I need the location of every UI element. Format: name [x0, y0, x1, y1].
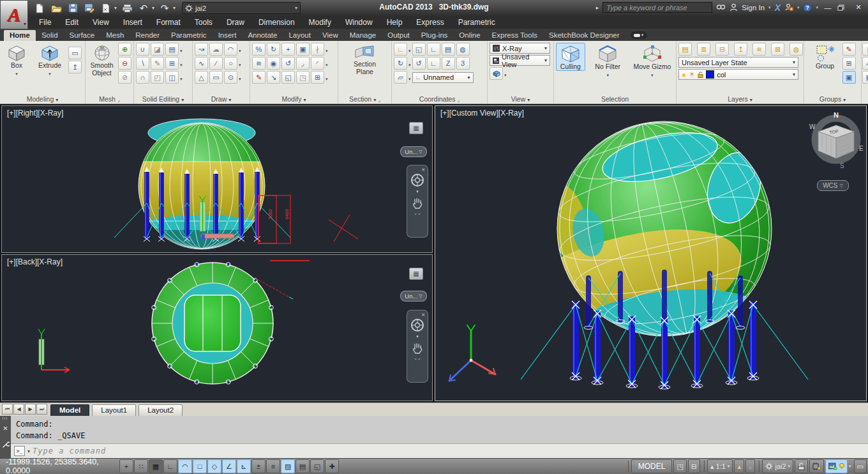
no-filter-button[interactable]: No Filter	[590, 43, 625, 79]
pan-hand-icon[interactable]	[412, 342, 423, 355]
tab-insert[interactable]: Insert	[213, 30, 243, 41]
navbar-wheel-dropdown-icon[interactable]: ▾	[416, 189, 419, 194]
navigation-bar[interactable]: ✕ ▾ ⌄⌄	[407, 310, 428, 383]
layer-sun-icon[interactable]: ☀	[689, 70, 695, 79]
ellipse-dropdown-icon[interactable]	[239, 72, 241, 83]
annotation-visibility-button[interactable]: ▴	[734, 459, 744, 473]
compass-north[interactable]: N	[834, 111, 839, 119]
panel-title-draw[interactable]: Draw	[193, 94, 250, 103]
viewport-right-view[interactable]: [+][Right][X-Ray]	[1, 105, 433, 253]
selection-cycling-toggle[interactable]: ◱	[310, 459, 324, 473]
menu-dimension[interactable]: Dimension	[251, 17, 302, 28]
coordinates-readout[interactable]: -11989.1526, 25385.3640, 0.0000	[0, 457, 119, 474]
tab-surface[interactable]: Surface	[64, 30, 101, 41]
menu-edit[interactable]: Edit	[58, 17, 86, 28]
plot-dropdown-arrow-icon[interactable]: ▾	[114, 5, 117, 11]
fillet-icon[interactable]: ◜	[311, 57, 324, 70]
annotation-auto-scale-button[interactable]: ▴	[745, 459, 756, 473]
lineweight-toggle[interactable]: ≡	[266, 459, 280, 473]
layer-combo[interactable]: ● ☀ col▾	[678, 69, 798, 80]
viewport-label-custom[interactable]: [+][Custom View][X-Ray]	[440, 109, 524, 118]
workspace-dropdown-arrow-icon[interactable]: ▾	[295, 5, 297, 11]
tab-view[interactable]: View	[317, 30, 344, 41]
ucs-icon[interactable]: ∟	[394, 43, 407, 56]
clean-screen-button[interactable]: ▭	[854, 459, 867, 473]
drawing-area[interactable]: [+][Right][X-Ray]	[0, 104, 868, 402]
ucs-world-icon[interactable]: ∟	[427, 43, 440, 56]
box-button[interactable]: Box	[2, 43, 31, 77]
modify-dd2-icon[interactable]	[326, 57, 328, 69]
panel-title-view[interactable]: View	[488, 94, 553, 103]
compass-south[interactable]: S	[840, 162, 844, 169]
paste-icon[interactable]: ▯	[862, 43, 868, 56]
viewcube-mini-button[interactable]: ▦	[409, 122, 423, 134]
navbar-close-icon[interactable]: ✕	[421, 312, 425, 317]
smooth-more-icon[interactable]: ⊕	[118, 43, 131, 56]
application-menu-button[interactable]: A▾	[0, 0, 28, 29]
tab-parametric[interactable]: Parametric	[165, 30, 213, 41]
tab-solid[interactable]: Solid	[36, 30, 64, 41]
panel-title-mesh[interactable]: Mesh	[86, 94, 133, 103]
menu-file[interactable]: File	[32, 17, 58, 28]
spline-icon[interactable]: ∿	[195, 57, 208, 70]
arc-icon[interactable]: ◠	[224, 43, 237, 56]
tab-model[interactable]: Model	[50, 404, 89, 416]
first-layout-button[interactable]: ⏮	[2, 404, 13, 415]
menu-insert[interactable]: Insert	[116, 17, 149, 28]
viewport-custom-view[interactable]: [+][Custom View][X-Ray]	[435, 105, 867, 401]
layer-freeze-icon[interactable]: ⊟	[715, 43, 729, 56]
isolate-objects-button[interactable]	[825, 459, 848, 473]
culling-button[interactable]: Culling	[556, 43, 585, 71]
tab-plugins[interactable]: Plug-ins	[415, 30, 454, 41]
sign-in-dropdown-arrow-icon[interactable]: ▾	[768, 5, 771, 10]
layer-on-bulb-icon[interactable]: ●	[682, 70, 686, 79]
dynamic-ucs-toggle[interactable]: ⊾	[237, 459, 251, 473]
navbar-wheel-dropdown-icon[interactable]: ▾	[416, 334, 419, 339]
polygon-icon[interactable]: △	[195, 71, 208, 84]
ribbon-collapse-button[interactable]: ▾	[631, 31, 647, 39]
layer-match-icon[interactable]: ≋	[752, 43, 766, 56]
solid-history-icon[interactable]: %	[252, 43, 266, 56]
viewport-config-dropdown-icon[interactable]	[504, 68, 507, 79]
help-icon[interactable]: ?	[803, 3, 812, 12]
ucs-zaxis-icon[interactable]: Z	[442, 57, 455, 70]
command-close-icon[interactable]: ✕	[3, 425, 8, 432]
ungroup-icon[interactable]: ✎	[842, 43, 856, 56]
print-button[interactable]	[121, 3, 133, 14]
search-input[interactable]	[602, 2, 712, 13]
next-layout-button[interactable]: ▶	[25, 404, 36, 415]
command-window-grip[interactable]: ✕	[0, 416, 11, 458]
ortho-mode-toggle[interactable]: ∟	[163, 459, 177, 473]
panel-title-solid-editing[interactable]: Solid Editing	[134, 94, 192, 103]
wcs-button[interactable]: WCS	[817, 180, 849, 191]
close-button[interactable]: ✕	[853, 3, 864, 11]
extract-edges-icon[interactable]: ◳	[296, 71, 310, 84]
snap-mode-toggle[interactable]: ∷	[134, 459, 148, 473]
panel-title-modeling[interactable]: Modeling	[0, 94, 85, 103]
visual-style-combo[interactable]: X-Ray▾	[490, 43, 550, 54]
tab-layout1[interactable]: Layout1	[92, 404, 136, 416]
tab-sketchbook-designer[interactable]: SketchBook Designer	[543, 30, 625, 41]
workspace-switch-button[interactable]: jai2▾	[762, 459, 793, 473]
grid-display-toggle[interactable]: ▦	[149, 459, 163, 473]
tab-home[interactable]: Home	[4, 30, 36, 41]
imprint-icon[interactable]: ✎	[151, 57, 164, 70]
tab-express-tools[interactable]: Express Tools	[486, 30, 543, 41]
polar-tracking-toggle[interactable]: ◠	[178, 459, 192, 473]
navigation-bar[interactable]: ✕ ▾ ⌄⌄	[407, 165, 428, 238]
plot-preview-button[interactable]	[100, 3, 112, 14]
command-history[interactable]: Command: Command: _QSAVE	[11, 416, 868, 444]
ucs-x-rotate-icon[interactable]: ↻	[394, 57, 407, 70]
ucs-x-dropdown-icon[interactable]	[408, 57, 411, 69]
panel-title-groups[interactable]: Groups	[804, 94, 861, 103]
line-icon[interactable]: ∕	[209, 57, 223, 70]
extrude-dropdown-icon[interactable]	[49, 69, 51, 77]
rotate-icon[interactable]: ↺	[281, 57, 295, 70]
arc-dropdown-icon[interactable]	[239, 43, 241, 55]
redo-button[interactable]: ↷	[158, 3, 171, 14]
unnamed-view-button[interactable]: Un...	[400, 291, 427, 302]
menu-help[interactable]: Help	[380, 17, 410, 28]
infer-constraints-toggle[interactable]: +	[119, 459, 133, 473]
menu-express[interactable]: Express	[409, 17, 451, 28]
exchange-apps-icon[interactable]: X	[775, 3, 781, 13]
